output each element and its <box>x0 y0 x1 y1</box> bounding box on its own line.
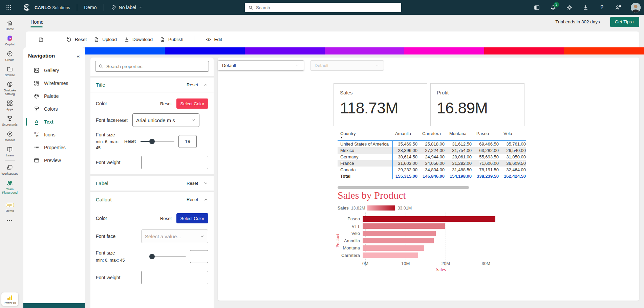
total-cell: 338,239.50 <box>474 173 501 179</box>
slider-thumb[interactable] <box>149 139 155 144</box>
table-scrollbar-thumb[interactable] <box>338 186 469 189</box>
rail-item-browse[interactable]: Browse <box>0 64 19 79</box>
font-face-select[interactable]: Select a value... <box>141 229 208 243</box>
avatar[interactable] <box>631 3 641 13</box>
sensitivity-label-dropdown[interactable]: No label <box>111 5 143 10</box>
edit-icon: </> <box>205 37 211 43</box>
chevron-down-icon[interactable] <box>203 181 208 185</box>
bar-velo[interactable] <box>363 231 436 236</box>
rail-item-label: Power BI <box>4 301 16 305</box>
cell-country: Germany <box>338 154 392 160</box>
nav-item-icons[interactable]: ⊘♡+⇄Icons <box>23 129 85 141</box>
table-row[interactable]: United States of America35,469.5025,818.… <box>338 140 526 147</box>
font-size-value[interactable] <box>190 250 208 263</box>
workspace-name[interactable]: Demo <box>84 5 96 10</box>
bar-carretera[interactable] <box>363 252 418 258</box>
select-color-button[interactable]: Select Color <box>176 98 208 109</box>
tab-home[interactable]: Home <box>30 15 44 29</box>
column-header-carretera[interactable]: Carretera <box>420 130 447 140</box>
rail-item-workspaces[interactable]: Workspaces <box>0 162 19 177</box>
side-panel-toggle-button[interactable] <box>533 4 540 11</box>
chevron-down-icon <box>375 63 380 68</box>
nav-item-palette[interactable]: Palette <box>23 90 85 102</box>
feedback-button[interactable] <box>615 4 622 11</box>
app-launcher-button[interactable] <box>3 2 14 13</box>
view-selector-dropdown[interactable]: Default <box>218 60 304 71</box>
section-reset-button[interactable]: Reset <box>187 82 198 87</box>
brand: CARLO Solutions <box>35 5 70 10</box>
save-button[interactable] <box>35 35 47 45</box>
settings-button[interactable] <box>566 4 573 11</box>
rail-item-copilot[interactable]: Copilot <box>0 33 19 48</box>
cell-value: 31,050.00 <box>501 154 526 160</box>
collapse-panel-button[interactable]: « <box>77 53 80 59</box>
global-search[interactable] <box>245 3 401 12</box>
column-header-montana[interactable]: Montana <box>447 130 474 140</box>
publish-button[interactable]: Publish <box>156 35 187 45</box>
get-tips-button[interactable]: Get Tips+ <box>610 17 639 27</box>
reset-link[interactable]: Reset <box>116 118 128 123</box>
column-header-velo[interactable]: Velo <box>501 130 526 140</box>
rail-item-power-bi[interactable]: Power BI <box>1 292 18 306</box>
rail-item-onelake-catalog[interactable]: OneLake catalog <box>0 79 19 98</box>
downloads-button[interactable] <box>582 4 589 11</box>
column-header-country[interactable]: Country▼ <box>338 130 392 140</box>
select-color-button[interactable]: Select Color <box>176 213 208 223</box>
rail-item-monitor[interactable]: Monitor <box>0 129 19 144</box>
search-input[interactable] <box>256 5 398 10</box>
column-header-amarilla[interactable]: Amarilla <box>392 130 420 140</box>
nav-item-preview[interactable]: Preview <box>23 154 85 167</box>
table-row[interactable]: Canada29,232.0034,804.0031,488.5078,191.… <box>338 167 526 173</box>
font-weight-input[interactable] <box>141 271 208 284</box>
chevron-up-icon[interactable] <box>203 197 208 202</box>
app-launcher-icon <box>6 4 12 10</box>
bar-montana[interactable] <box>363 245 424 251</box>
reset-link[interactable]: Reset <box>124 139 136 144</box>
nav-item-label: Gallery <box>44 68 59 73</box>
slider-thumb[interactable] <box>149 254 155 259</box>
font-size-value[interactable]: 19 <box>178 135 197 148</box>
nav-item-wireframes[interactable]: Wireframes <box>23 77 85 89</box>
section-reset-button[interactable]: Reset <box>187 197 198 202</box>
rail-item-apps[interactable]: Apps <box>0 98 19 113</box>
trial-status-text: Trial ends in 302 days <box>555 19 600 24</box>
font-face-select[interactable]: Arial unicode m s <box>132 113 199 127</box>
reset-link[interactable]: Reset <box>160 101 172 106</box>
reset-link[interactable]: Reset <box>160 216 172 221</box>
textA-icon: A <box>34 119 40 125</box>
font-weight-input[interactable] <box>141 156 208 169</box>
column-header-paseo[interactable]: Paseo <box>474 130 501 140</box>
nav-item-colors[interactable]: Colors <box>23 103 85 115</box>
cell-value: 36,609.50 <box>501 160 526 167</box>
rail-item-label: Workspaces <box>1 172 18 175</box>
nav-item-gallery[interactable]: Gallery <box>23 64 85 76</box>
notifications-button[interactable]: 3 <box>550 4 557 11</box>
properties-search-input[interactable] <box>95 61 209 72</box>
rail-item-create[interactable]: Create <box>0 48 19 64</box>
table-row[interactable]: Mexico28,396.0027,224.0031,754.0063,282.… <box>338 147 526 154</box>
font-size-slider[interactable] <box>141 138 174 145</box>
rail-item-more[interactable]: ••• <box>0 215 19 227</box>
rail-item-learn[interactable]: Learn <box>0 144 19 159</box>
reset-button[interactable]: Reset <box>63 35 90 45</box>
rail-item-scorecards[interactable]: Scorecards <box>0 113 19 128</box>
rail-item-home[interactable]: Home <box>0 18 19 33</box>
rail-item-team-playground[interactable]: Team Playground <box>0 178 19 197</box>
bar-amarilla[interactable] <box>363 238 434 243</box>
bar-paseo[interactable] <box>363 216 495 222</box>
edit-button[interactable]: </>Edit <box>202 35 225 45</box>
rail-item-demo[interactable]: tipsDemo <box>0 199 19 215</box>
download-button[interactable]: Download <box>120 35 156 45</box>
nav-item-text[interactable]: AText <box>23 116 85 128</box>
upload-button[interactable]: Upload <box>90 35 120 45</box>
reset-icon <box>66 37 72 43</box>
chevron-up-icon[interactable] <box>203 83 208 87</box>
table-row[interactable]: Germany30,614.5024,944.0028,061.0055,693… <box>338 154 526 160</box>
table-row[interactable]: France31,603.0034,056.0031,282.0071,606.… <box>338 160 526 167</box>
font-size-slider[interactable] <box>152 254 186 260</box>
nav-item-properties[interactable]: Properties <box>23 141 85 154</box>
properties-search[interactable] <box>95 61 209 72</box>
section-reset-button[interactable]: Reset <box>187 181 198 186</box>
bar-vtt[interactable] <box>363 223 445 229</box>
help-button[interactable]: ? <box>598 4 605 11</box>
